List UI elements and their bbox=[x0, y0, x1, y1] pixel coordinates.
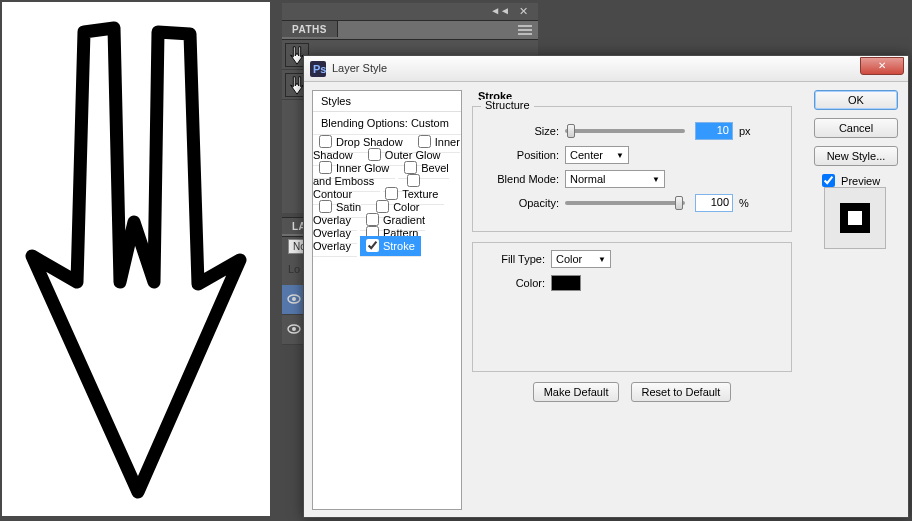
position-select[interactable]: Center▼ bbox=[565, 146, 629, 164]
layer-style-dialog: Ps Layer Style ✕ Styles Blending Options… bbox=[303, 55, 909, 518]
cancel-button[interactable]: Cancel bbox=[814, 118, 898, 138]
size-input[interactable]: 10 bbox=[695, 122, 733, 140]
reset-default-button[interactable]: Reset to Default bbox=[631, 382, 732, 402]
canvas-area bbox=[2, 2, 270, 516]
make-default-button[interactable]: Make Default bbox=[533, 382, 620, 402]
dialog-title: Layer Style bbox=[332, 62, 387, 74]
opacity-label: Opacity: bbox=[485, 197, 559, 209]
app-icon: Ps bbox=[310, 61, 326, 77]
panel-topbar: ◄◄ ✕ bbox=[282, 3, 538, 20]
opacity-slider[interactable] bbox=[565, 201, 685, 205]
panel-menu-icon[interactable] bbox=[518, 25, 532, 36]
visibility-icon[interactable] bbox=[286, 291, 302, 309]
fill-type-select[interactable]: Color▼ bbox=[551, 250, 611, 268]
opacity-unit: % bbox=[739, 197, 749, 209]
visibility-icon[interactable] bbox=[286, 321, 302, 339]
structure-fieldset: Structure Size: 10 px Position: Center▼ … bbox=[472, 106, 792, 232]
dialog-buttons: OK Cancel New Style... Preview bbox=[814, 90, 900, 249]
size-label: Size: bbox=[485, 125, 559, 137]
styles-list: Styles Blending Options: Custom Drop Sha… bbox=[312, 90, 462, 510]
size-slider[interactable] bbox=[565, 129, 685, 133]
ok-button[interactable]: OK bbox=[814, 90, 898, 110]
fill-type-label: Fill Type: bbox=[485, 253, 545, 265]
size-unit: px bbox=[739, 125, 751, 137]
blend-mode-label: Blend Mode: bbox=[485, 173, 559, 185]
svg-point-1 bbox=[292, 297, 296, 301]
preview-checkbox[interactable] bbox=[822, 174, 835, 187]
styles-header[interactable]: Styles bbox=[313, 91, 461, 112]
paths-tabbar: PATHS bbox=[282, 20, 538, 40]
preview-thumbnail bbox=[824, 187, 886, 249]
blend-mode-select[interactable]: Normal▼ bbox=[565, 170, 665, 188]
arrow-shape bbox=[2, 2, 270, 516]
preview-label: Preview bbox=[841, 175, 880, 187]
style-checkbox[interactable] bbox=[366, 239, 379, 252]
chevron-down-icon: ▼ bbox=[598, 255, 606, 264]
style-stroke[interactable]: Stroke bbox=[360, 236, 421, 257]
lock-label: Lo bbox=[288, 263, 300, 275]
dialog-titlebar[interactable]: Ps Layer Style ✕ bbox=[304, 56, 908, 82]
paths-tab[interactable]: PATHS bbox=[282, 21, 338, 37]
svg-text:Ps: Ps bbox=[313, 63, 326, 75]
preview-checkbox-row[interactable]: Preview bbox=[822, 175, 880, 187]
opacity-input[interactable]: 100 bbox=[695, 194, 733, 212]
chevron-down-icon: ▼ bbox=[616, 151, 624, 160]
svg-point-3 bbox=[292, 327, 296, 331]
chevron-down-icon: ▼ bbox=[652, 175, 660, 184]
color-swatch[interactable] bbox=[551, 275, 581, 291]
fill-fieldset: Fill Type: Color▼ Color: bbox=[472, 242, 792, 372]
color-label: Color: bbox=[485, 277, 545, 289]
collapse-icon[interactable]: ◄◄ bbox=[490, 5, 510, 16]
close-panel-icon[interactable]: ✕ bbox=[519, 5, 528, 18]
stroke-settings: Stroke Structure Size: 10 px Position: C… bbox=[472, 90, 792, 402]
structure-legend: Structure bbox=[481, 99, 534, 111]
position-label: Position: bbox=[485, 149, 559, 161]
close-button[interactable]: ✕ bbox=[860, 57, 904, 75]
new-style-button[interactable]: New Style... bbox=[814, 146, 898, 166]
